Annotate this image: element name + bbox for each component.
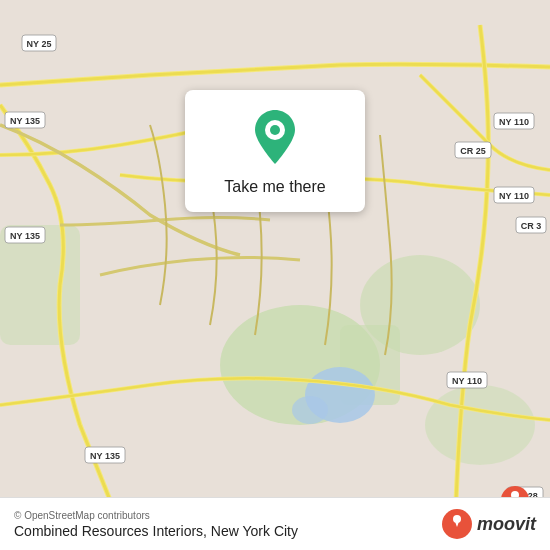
svg-point-37 xyxy=(453,515,461,523)
svg-point-4 xyxy=(425,385,535,465)
bottom-bar-left: © OpenStreetMap contributors Combined Re… xyxy=(14,510,298,539)
svg-point-7 xyxy=(292,396,328,424)
svg-text:NY 135: NY 135 xyxy=(10,231,40,241)
take-me-there-button[interactable]: Take me there xyxy=(224,178,325,196)
svg-text:CR 25: CR 25 xyxy=(460,146,486,156)
svg-text:NY 110: NY 110 xyxy=(499,191,529,201)
cta-card: Take me there xyxy=(185,90,365,212)
svg-text:NY 25: NY 25 xyxy=(27,39,52,49)
svg-text:NY 110: NY 110 xyxy=(452,376,482,386)
moovit-logo: moovit xyxy=(441,508,536,540)
svg-text:CR 3: CR 3 xyxy=(521,221,542,231)
moovit-brand-icon xyxy=(441,508,473,540)
map-container: NY 25 NY 135 NY 135 NY 135 NY 110 NY 110… xyxy=(0,0,550,550)
svg-text:NY 110: NY 110 xyxy=(499,117,529,127)
svg-text:NY 135: NY 135 xyxy=(10,116,40,126)
map-attribution: © OpenStreetMap contributors xyxy=(14,510,298,521)
bottom-bar: © OpenStreetMap contributors Combined Re… xyxy=(0,497,550,550)
location-name: Combined Resources Interiors, New York C… xyxy=(14,523,298,539)
svg-point-35 xyxy=(270,125,280,135)
map-pin-icon xyxy=(247,106,303,168)
pin-icon-container xyxy=(209,106,341,168)
svg-text:NY 135: NY 135 xyxy=(90,451,120,461)
moovit-brand-text: moovit xyxy=(477,514,536,535)
